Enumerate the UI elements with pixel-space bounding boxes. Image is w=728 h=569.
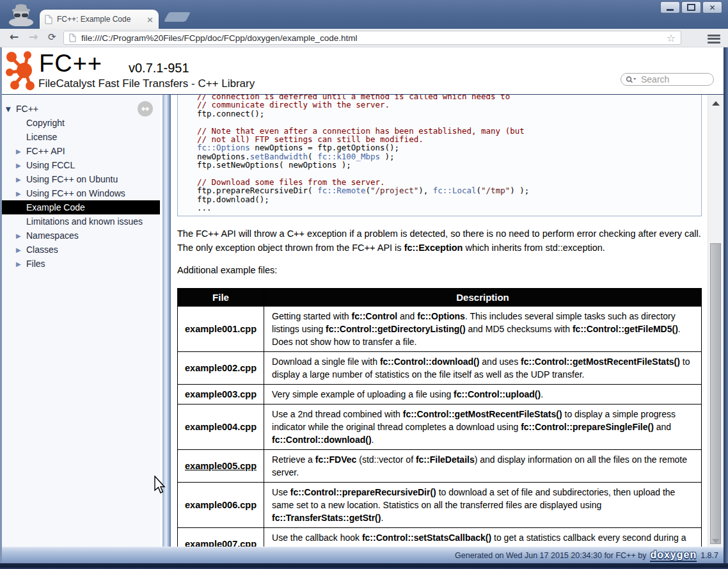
sidebar-item-using-fccl[interactable]: ▶Using FCCL [2,158,160,172]
code-line: // Note that even after a connection has… [197,127,696,135]
sidebar-item-copyright[interactable]: Copyright [2,116,160,130]
sidebar-item-label: Copyright [26,118,65,128]
tab-close-icon[interactable]: × [146,15,154,24]
vertical-scrollbar[interactable] [708,95,724,547]
new-tab-button[interactable] [164,12,191,22]
text-segment: fc::Control [352,311,398,321]
menu-bar-icon [708,38,720,40]
address-bar[interactable]: file:///C:/Program%20Files/FCpp/doc/FCpp… [63,31,681,45]
mouse-cursor [154,476,166,495]
table-column-header: File [178,289,264,307]
tree-arrow-icon[interactable]: ▼ [6,106,16,113]
example-file-cell: example003.cpp [178,385,264,405]
tree-arrow-icon[interactable]: ▶ [16,232,26,239]
window-border-bottom [0,563,728,569]
window-controls: ✕ [659,1,722,13]
bookmark-star-icon[interactable]: ☆ [667,32,676,44]
title-bar: FC++: Example Code × ✕ [0,0,728,29]
example-file-cell: example002.cpp [178,352,264,385]
close-button[interactable]: ✕ [702,1,722,13]
text-segment: . [381,513,383,523]
code-link[interactable]: fc::Local [433,186,477,195]
code-link[interactable]: fc::Remote [317,186,365,195]
example-desc-cell: Retrieve a fc::FDVec (std::vector of fc:… [264,450,702,483]
code-block: // connection is deferred until a method… [177,95,702,216]
text-segment: fc::Exception [404,243,463,253]
text-segment: . [372,435,374,445]
text-segment: Use [272,487,290,497]
code-line: ftp.prepareRecursiveDir( fc::Remote("/pr… [197,186,696,195]
search-box[interactable] [621,73,714,86]
browser-toolbar: ← → ⟳ file:///C:/Program%20Files/FCpp/do… [0,29,728,47]
code-line: ftp.setNewOptions( newOptions ); [197,161,696,169]
page-footer: Generated on Wed Jun 17 2015 20:34:30 fo… [2,547,724,563]
reload-button[interactable]: ⟳ [48,31,56,43]
tree-arrow-icon[interactable]: ▶ [16,162,26,169]
text-segment: fc::Control::getDirectoryListing() [326,324,466,334]
example-file-cell[interactable]: example005.cpp [178,450,264,483]
example-file-cell: example004.cpp [178,405,264,450]
text-segment: Download a single file with [272,357,380,367]
example-desc-cell: Use fc::Control::prepareRecursiveDir() t… [264,483,702,528]
table-row: example007.cppUse the callback hook fc::… [178,528,702,547]
tree-arrow-icon[interactable]: ▶ [16,176,26,183]
tree-arrow-icon[interactable]: ▶ [16,190,26,197]
sidebar-item-namespaces[interactable]: ▶Namespaces [2,228,160,243]
table-row: example001.cppGetting started with fc::C… [178,307,702,352]
menu-bar-icon [708,42,720,44]
code-line [197,118,696,126]
text-segment: which inherits from std::exception. [463,243,605,253]
text-segment: fc::Control::upload() [454,389,541,399]
example-desc-cell: Download a single file with fc::Control:… [264,352,702,385]
sidebar-item-example-code[interactable]: Example Code [2,200,160,214]
sidebar-item-files[interactable]: ▶Files [2,257,160,271]
table-row: example006.cppUse fc::Control::prepareRe… [178,483,702,528]
text-segment: fc::FileDetails [416,454,475,465]
example-desc-cell: Use a 2nd thread combined with fc::Contr… [264,405,702,450]
doxygen-logo[interactable]: doxygen [650,549,697,562]
minimize-button[interactable] [660,1,680,13]
tree-arrow-icon[interactable]: ▶ [16,260,26,268]
nav-sync-icon[interactable]: ↔ [138,101,153,116]
sidebar-item-label: Namespaces [26,230,79,241]
search-input[interactable] [640,74,706,85]
maximize-button[interactable] [681,1,701,13]
url-text[interactable]: file:///C:/Program%20Files/FCpp/doc/FCpp… [81,33,667,43]
sidebar-item-using-fc-on-ubuntu[interactable]: ▶Using FC++ on Ubuntu [2,172,160,186]
sidebar-item-fc[interactable]: ▼FC++ [2,102,160,116]
example-desc-cell: Very simple example of uploading a file … [264,385,702,405]
code-line: newOptions.setBandwidth( fc::k100_Mbps )… [197,152,696,161]
scrollbar-thumb[interactable] [710,243,721,544]
sidebar-item-label: Using FC++ on Windows [26,188,125,198]
text-segment: fc::Control::setStatsCallback() [362,533,491,543]
sidebar-item-using-fc-on-windows[interactable]: ▶Using FC++ on Windows [2,186,160,200]
text-segment: ), [418,186,433,195]
sidebar-item-fc-api[interactable]: ▶FC++ API [2,144,160,158]
text-segment: Very simple example of uploading a file … [272,389,454,399]
scroll-up-icon[interactable] [712,101,720,106]
text-segment: ftp.setNewOptions( newOptions ); [197,160,351,170]
text-segment: fc::Control::getFileMD5() [573,324,678,334]
sidebar-item-limitations-and-known-issues[interactable]: Limitations and known issues [2,214,160,228]
menu-button[interactable] [708,33,722,45]
sidebar-item-label: License [26,132,57,142]
sidebar-item-classes[interactable]: ▶Classes [2,243,160,257]
tree-arrow-icon[interactable]: ▶ [16,246,26,253]
example-file-cell: example006.cpp [178,483,264,528]
site-title: FC++ [39,50,102,77]
code-line: ftp.download(); [197,195,696,204]
example-file-cell: example001.cpp [178,307,264,352]
search-icon[interactable] [626,76,637,84]
sidebar-item-license[interactable]: License [2,130,160,144]
content-area: // connection is deferred until a method… [171,95,708,547]
sidebar-item-label: FC++ [16,104,38,114]
page-favicon-icon [45,15,52,24]
text-segment: fc::TransferStats::getStr() [272,513,381,523]
window-border-left [0,47,2,563]
browser-tab[interactable]: FC++: Example Code × [40,10,159,29]
tree-arrow-icon[interactable]: ▶ [16,148,26,155]
example-desc-cell: Use the callback hook fc::Control::setSt… [264,528,702,547]
scroll-down-icon[interactable] [712,539,720,543]
sidebar-item-label: Files [26,259,45,269]
back-button[interactable]: ← [10,30,19,43]
